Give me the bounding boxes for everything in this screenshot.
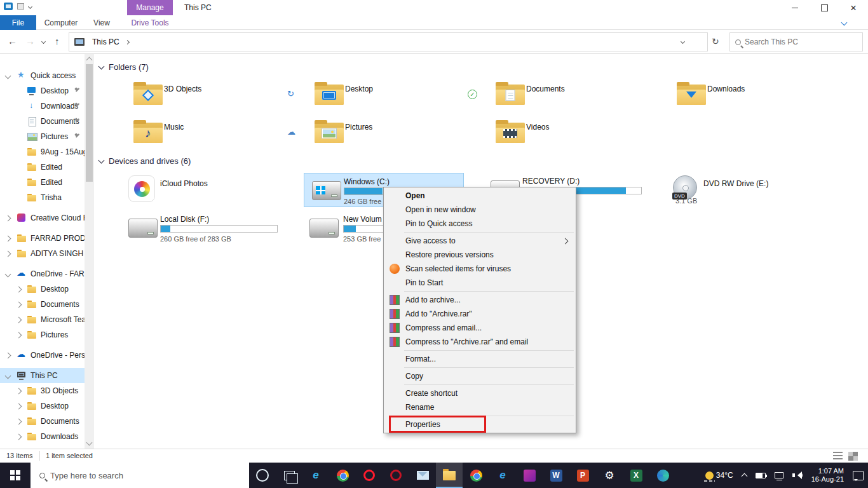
menu-item-pin-start[interactable]: Pin to Start	[384, 276, 576, 290]
close-button[interactable]	[839, 0, 868, 15]
excel-button[interactable]: X	[623, 463, 649, 488]
folder-tile-pictures[interactable]: Pictures	[302, 118, 473, 149]
collapse-icon[interactable]	[98, 63, 105, 69]
magenta-app-button[interactable]	[516, 463, 543, 488]
breadcrumb-chevron-icon[interactable]	[125, 39, 130, 44]
sidebar-item-onedrive-desktop[interactable]: Desktop	[0, 281, 85, 297]
expand-ribbon-icon[interactable]	[841, 20, 848, 26]
menu-item-compress-rar-email[interactable]: Compress to "Archive.rar" and email	[384, 335, 576, 349]
manage-contextual-tab[interactable]: Manage	[127, 0, 173, 15]
search-input[interactable]	[745, 37, 840, 46]
sidebar-item-downloads[interactable]: Downloads	[0, 98, 85, 114]
scrollbar-thumb[interactable]	[86, 64, 93, 182]
chevron-right-icon[interactable]	[16, 286, 22, 292]
sidebar-item-pc-desktop[interactable]: Desktop	[0, 398, 85, 414]
opera-2-button[interactable]	[383, 463, 409, 488]
menu-item-add-archive[interactable]: Add to archive...	[384, 293, 576, 307]
show-hidden-icons-button[interactable]	[738, 463, 751, 488]
maximize-button[interactable]	[810, 0, 839, 15]
start-button[interactable]	[0, 463, 31, 488]
menu-item-open[interactable]: Open	[384, 189, 576, 203]
cortana-button[interactable]	[249, 463, 276, 488]
chevron-down-icon[interactable]	[5, 72, 11, 79]
chevron-down-icon[interactable]	[5, 372, 11, 379]
sidebar-item-pictures[interactable]: Pictures	[0, 129, 85, 144]
sidebar-item-edited[interactable]: Edited	[0, 159, 85, 175]
collapse-icon[interactable]	[98, 157, 105, 163]
large-icons-view-icon[interactable]	[848, 452, 858, 461]
battery-indicator[interactable]	[751, 463, 770, 488]
chevron-right-icon[interactable]	[16, 316, 22, 323]
qat-customize-icon[interactable]	[28, 4, 32, 8]
folder-tile-downloads[interactable]: Downloads	[664, 79, 836, 111]
chrome-button[interactable]	[329, 463, 356, 488]
chevron-right-icon[interactable]	[16, 388, 22, 394]
menu-item-format[interactable]: Format...	[384, 352, 576, 366]
scroll-up-icon[interactable]	[86, 57, 93, 64]
chevron-right-icon[interactable]	[5, 352, 11, 358]
menu-item-open-new-window[interactable]: Open in new window	[384, 203, 576, 217]
drive-tile-icloud-photos[interactable]: iCloud Photos	[121, 173, 292, 207]
menu-item-restore-versions[interactable]: Restore previous versions	[384, 248, 576, 262]
drive-tile-dvd-e[interactable]: DVD DVD RW Drive (E:)	[664, 173, 836, 207]
chevron-right-icon[interactable]	[5, 215, 11, 221]
taskbar-search-box[interactable]	[31, 463, 249, 488]
folder-tile-3d-objects[interactable]: 3D Objects	[121, 79, 292, 111]
edge-legacy-button[interactable]: e	[302, 463, 329, 488]
tab-view[interactable]: View	[86, 15, 117, 30]
sidebar-item-quick-access[interactable]: Quick access	[0, 68, 85, 83]
forward-button[interactable]: →	[25, 36, 35, 46]
sidebar-item-microsoft-teams[interactable]: Microsoft Team	[0, 312, 85, 327]
sidebar-item-onedrive-personal[interactable]: OneDrive - Perso	[0, 348, 85, 363]
recent-locations-icon[interactable]	[41, 39, 46, 44]
menu-item-create-shortcut[interactable]: Create shortcut	[384, 386, 576, 400]
breadcrumb[interactable]: This PC	[88, 35, 123, 49]
menu-item-compress-email[interactable]: Compress and email...	[384, 321, 576, 335]
edge-chromium-button[interactable]	[649, 463, 676, 488]
chrome-2-button[interactable]	[463, 463, 489, 488]
sidebar-item-this-pc[interactable]: This PC	[0, 368, 85, 383]
menu-item-copy[interactable]: Copy	[384, 369, 576, 383]
search-box[interactable]	[729, 32, 863, 51]
file-explorer-button[interactable]	[436, 463, 463, 488]
details-view-icon[interactable]	[833, 452, 843, 461]
mail-button[interactable]	[409, 463, 436, 488]
task-view-button[interactable]	[276, 463, 302, 488]
sidebar-item-farrad-produ[interactable]: FARRAD PRODU	[0, 231, 85, 246]
sidebar-scrollbar[interactable]	[85, 54, 94, 449]
chevron-right-icon[interactable]	[16, 332, 22, 338]
folder-tile-documents[interactable]: Documents	[483, 79, 654, 111]
chevron-down-icon[interactable]	[5, 271, 11, 277]
menu-item-rename[interactable]: Rename	[384, 400, 576, 414]
network-indicator[interactable]	[770, 463, 788, 488]
qat-properties-icon[interactable]	[17, 3, 24, 10]
back-button[interactable]: ←	[8, 36, 17, 46]
scroll-down-icon[interactable]	[86, 440, 93, 446]
menu-item-scan-viruses[interactable]: Scan selected items for viruses	[384, 262, 576, 276]
tab-computer[interactable]: Computer	[41, 15, 81, 30]
volume-indicator[interactable]	[788, 463, 807, 488]
up-button[interactable]: ↑	[55, 36, 60, 46]
chevron-right-icon[interactable]	[5, 235, 11, 241]
weather-widget[interactable]: 34°C	[701, 463, 738, 488]
sidebar-item-edited-2[interactable]: Edited	[0, 175, 85, 190]
drive-tile-local-disk-f[interactable]: Local Disk (F:) 260 GB free of 283 GB	[121, 211, 292, 245]
chevron-right-icon[interactable]	[5, 250, 11, 257]
sidebar-item-onedrive-farr[interactable]: OneDrive - FARR	[0, 266, 85, 281]
chevron-right-icon[interactable]	[16, 301, 22, 308]
sidebar-item-aditya-singh[interactable]: ADITYA SINGH	[0, 246, 85, 261]
sidebar-item-onedrive-pictures[interactable]: Pictures	[0, 327, 85, 342]
action-center-button[interactable]	[848, 463, 868, 488]
menu-item-add-archive-rar[interactable]: Add to "Archive.rar"	[384, 307, 576, 321]
minimize-button[interactable]	[780, 0, 810, 15]
folder-tile-music[interactable]: ♪ Music	[121, 118, 292, 149]
menu-item-give-access[interactable]: Give access to	[384, 234, 576, 248]
folder-tile-videos[interactable]: Videos	[483, 118, 654, 149]
address-dropdown-icon[interactable]	[681, 39, 685, 44]
sidebar-item-pc-downloads[interactable]: Downloads	[0, 429, 85, 444]
sidebar-item-trisha[interactable]: Trisha	[0, 190, 85, 205]
folder-tile-desktop[interactable]: Desktop	[302, 79, 473, 111]
chevron-right-icon[interactable]	[16, 403, 22, 409]
tab-drive-tools[interactable]: Drive Tools	[125, 15, 175, 30]
taskbar-search-input[interactable]	[50, 471, 177, 480]
